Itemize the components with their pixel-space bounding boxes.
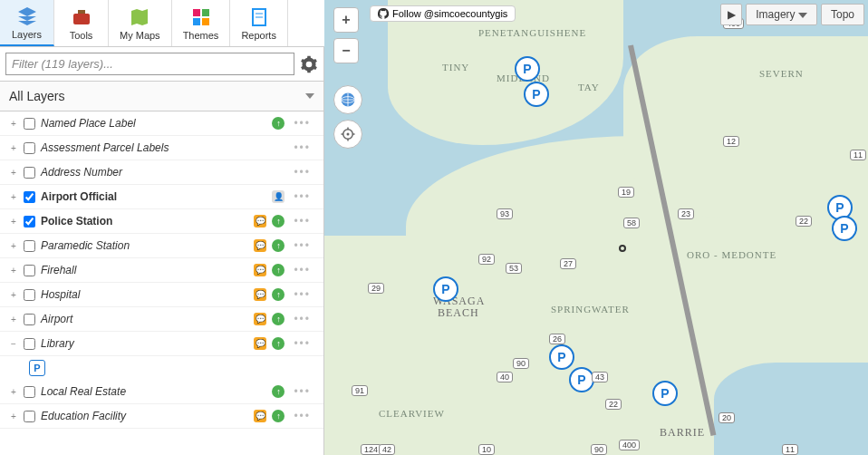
- expand-toggle[interactable]: −: [9, 339, 18, 348]
- tab-layers[interactable]: Layers: [0, 0, 54, 46]
- expand-toggle[interactable]: +: [9, 143, 18, 152]
- route-shield: 53: [506, 263, 522, 274]
- layer-options-button[interactable]: •••: [290, 337, 314, 350]
- expand-toggle[interactable]: +: [9, 266, 18, 275]
- layer-name: Education Facility: [41, 410, 248, 422]
- expand-toggle[interactable]: +: [9, 290, 18, 299]
- arrow-up-icon[interactable]: ↑: [272, 239, 285, 252]
- arrow-up-icon[interactable]: ↑: [272, 337, 285, 350]
- route-shield: 93: [497, 208, 513, 219]
- layer-row: +Named Place Label↑•••: [0, 111, 323, 136]
- zoom-in-button[interactable]: +: [333, 7, 359, 33]
- tab-tools[interactable]: Tools: [54, 0, 109, 46]
- expand-toggle[interactable]: +: [9, 411, 18, 421]
- github-icon: [378, 8, 389, 19]
- tab-label: My Maps: [120, 30, 160, 41]
- layer-checkbox[interactable]: [24, 289, 35, 301]
- layer-checkbox[interactable]: [24, 167, 35, 179]
- group-label: All Layers: [9, 89, 64, 103]
- route-shield: 22: [605, 399, 622, 410]
- map-canvas[interactable]: Follow @simcoecountygis ▶ Imagery Topo +…: [324, 0, 868, 455]
- arrow-up-icon[interactable]: ↑: [272, 215, 285, 228]
- layer-checkbox[interactable]: [24, 265, 35, 276]
- locate-button[interactable]: [333, 120, 362, 149]
- police-station-marker[interactable]: P: [524, 82, 549, 107]
- layer-options-button[interactable]: •••: [290, 288, 314, 301]
- arrow-up-icon[interactable]: ↑: [272, 410, 285, 422]
- full-extent-button[interactable]: [333, 85, 362, 114]
- tab-my-maps[interactable]: My Maps: [109, 0, 172, 46]
- expand-toggle[interactable]: +: [9, 241, 18, 250]
- police-station-marker[interactable]: P: [652, 381, 678, 406]
- tab-reports[interactable]: Reports: [230, 0, 288, 46]
- layer-checkbox[interactable]: [24, 314, 35, 325]
- comment-icon[interactable]: 💬: [254, 215, 266, 228]
- expand-toggle[interactable]: +: [9, 192, 18, 201]
- arrow-up-icon[interactable]: ↑: [272, 264, 285, 276]
- map-place-label: ORO - MEDONTE: [687, 249, 776, 260]
- github-follow-chip[interactable]: Follow @simcoecountygis: [370, 5, 516, 22]
- layer-options-button[interactable]: •••: [290, 410, 314, 422]
- layer-name: Firehall: [41, 264, 248, 276]
- layer-checkbox[interactable]: [24, 118, 35, 130]
- route-shield: 42: [379, 444, 395, 455]
- expand-toggle[interactable]: +: [9, 168, 18, 177]
- layer-row: +Paramedic Station💬↑•••: [0, 234, 323, 258]
- police-station-marker[interactable]: P: [549, 344, 574, 370]
- police-station-marker[interactable]: P: [569, 367, 594, 392]
- layer-options-button[interactable]: •••: [290, 141, 314, 154]
- arrow-up-icon[interactable]: ↑: [272, 385, 285, 398]
- layer-options-button[interactable]: •••: [290, 239, 314, 252]
- arrow-up-icon[interactable]: ↑: [272, 117, 285, 130]
- arrow-up-icon[interactable]: ↑: [272, 288, 285, 301]
- tab-themes[interactable]: Themes: [172, 0, 231, 46]
- comment-icon[interactable]: 💬: [254, 264, 266, 276]
- comment-icon[interactable]: 💬: [254, 313, 266, 325]
- map-place-label: PENETANGUISHENE: [478, 27, 586, 38]
- tab-label: Reports: [241, 30, 276, 41]
- layer-checkbox[interactable]: [24, 411, 35, 422]
- comment-icon[interactable]: 💬: [254, 410, 266, 422]
- police-station-marker[interactable]: P: [433, 276, 458, 302]
- topo-button[interactable]: Topo: [821, 4, 864, 25]
- police-station-marker[interactable]: P: [832, 216, 857, 241]
- expand-toggle[interactable]: +: [9, 119, 18, 128]
- comment-icon[interactable]: 💬: [254, 239, 266, 252]
- layer-checkbox[interactable]: [24, 216, 35, 228]
- route-shield: 11: [850, 150, 866, 160]
- police-station-marker[interactable]: P: [515, 56, 540, 82]
- chevron-down-icon: [798, 13, 807, 18]
- layer-checkbox[interactable]: [24, 240, 35, 252]
- imagery-button[interactable]: Imagery: [746, 4, 817, 25]
- layer-checkbox[interactable]: [24, 142, 35, 154]
- layer-options-button[interactable]: •••: [290, 117, 314, 130]
- arrow-up-icon[interactable]: ↑: [272, 313, 285, 325]
- layer-row: +Firehall💬↑•••: [0, 258, 323, 283]
- zoom-out-button[interactable]: −: [333, 38, 359, 63]
- gear-icon[interactable]: [300, 55, 318, 73]
- expand-toggle[interactable]: +: [9, 315, 18, 324]
- map-point-marker: [619, 245, 626, 252]
- layer-checkbox[interactable]: [24, 338, 35, 350]
- layer-name: Paramedic Station: [41, 239, 248, 252]
- layer-row: +Hospital💬↑•••: [0, 283, 323, 307]
- filter-input[interactable]: [5, 53, 294, 75]
- layer-options-button[interactable]: •••: [290, 190, 314, 203]
- comment-icon[interactable]: 💬: [254, 288, 266, 301]
- layer-options-button[interactable]: •••: [290, 313, 314, 325]
- layer-checkbox[interactable]: [24, 191, 35, 203]
- play-button[interactable]: ▶: [720, 4, 742, 25]
- expand-toggle[interactable]: +: [9, 387, 18, 396]
- expand-toggle[interactable]: +: [9, 217, 18, 226]
- layer-name: Police Station: [41, 215, 248, 228]
- svg-rect-4: [193, 18, 200, 25]
- layer-checkbox[interactable]: [24, 386, 35, 398]
- person-icon[interactable]: 👤: [272, 190, 285, 203]
- layer-options-button[interactable]: •••: [290, 385, 314, 398]
- layer-group-header[interactable]: All Layers: [0, 81, 323, 111]
- svg-rect-5: [202, 18, 209, 25]
- layer-options-button[interactable]: •••: [290, 215, 314, 228]
- comment-icon[interactable]: 💬: [254, 337, 266, 350]
- layer-options-button[interactable]: •••: [290, 166, 314, 179]
- layer-options-button[interactable]: •••: [290, 264, 314, 276]
